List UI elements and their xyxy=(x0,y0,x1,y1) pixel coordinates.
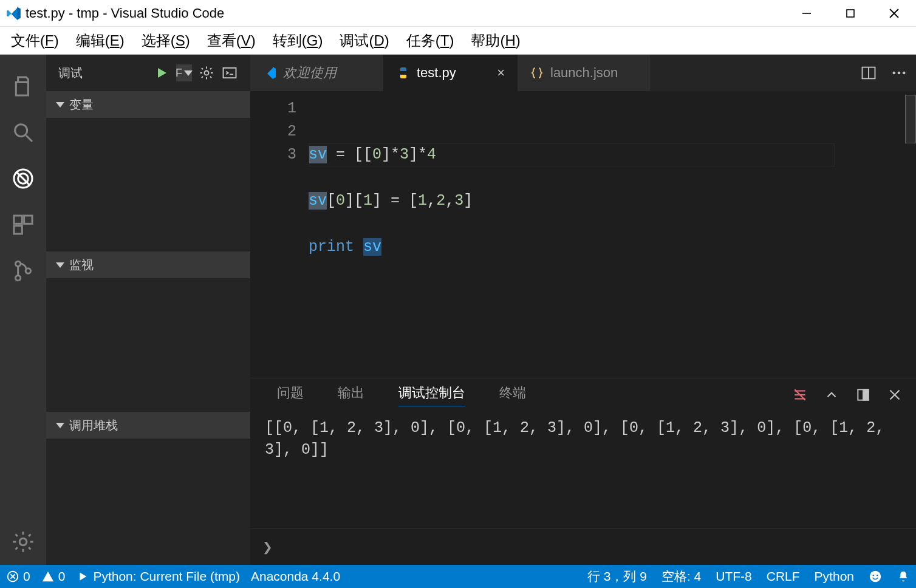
tab-launchjson-label: launch.json xyxy=(550,65,618,81)
split-editor-icon[interactable] xyxy=(860,64,877,81)
search-icon[interactable] xyxy=(0,109,46,156)
section-watch[interactable]: 监视 xyxy=(46,251,250,278)
section-variables[interactable]: 变量 xyxy=(46,91,250,118)
status-language[interactable]: Python xyxy=(815,569,854,584)
status-feedback-icon[interactable] xyxy=(869,570,882,583)
menu-view[interactable]: 查看(V) xyxy=(199,31,264,50)
menu-file[interactable]: 文件(F) xyxy=(2,31,67,50)
vscode-icon xyxy=(6,5,22,21)
settings-gear-icon[interactable] xyxy=(0,519,46,565)
bottom-panel: 问题 输出 调试控制台 终端 [[0, [1, 2, 3], 0], [0, [… xyxy=(250,378,916,565)
section-watch-label: 监视 xyxy=(69,257,94,273)
tab-welcome[interactable]: 欢迎使用 xyxy=(250,55,384,91)
section-variables-label: 变量 xyxy=(69,97,94,113)
menu-go[interactable]: 转到(G) xyxy=(264,31,332,50)
window-title: test.py - tmp - Visual Studio Code xyxy=(26,5,785,21)
line-number: 3 xyxy=(250,143,296,166)
close-panel-icon[interactable] xyxy=(887,387,903,403)
close-button[interactable] xyxy=(872,0,916,27)
section-watch-body xyxy=(46,278,250,412)
tab-launchjson[interactable]: launch.json xyxy=(518,55,651,91)
menu-tasks[interactable]: 任务(T) xyxy=(398,31,463,50)
status-cursor-position[interactable]: 行 3，列 9 xyxy=(587,568,647,585)
panel-tabs: 问题 输出 调试控制台 终端 xyxy=(250,378,916,411)
cursor-line-highlight xyxy=(309,143,835,166)
svg-point-21 xyxy=(898,72,901,75)
svg-point-14 xyxy=(26,268,30,273)
line-number: 2 xyxy=(250,120,296,143)
svg-rect-17 xyxy=(224,68,236,78)
status-errors[interactable]: 0 xyxy=(6,569,30,584)
maximize-button[interactable] xyxy=(829,0,872,27)
debug-console-output[interactable]: [[0, [1, 2, 3], 0], [0, [1, 2, 3], 0], [… xyxy=(250,411,916,528)
python-file-icon xyxy=(396,66,411,80)
svg-point-16 xyxy=(205,71,209,75)
explorer-icon[interactable] xyxy=(0,63,46,109)
tab-testpy[interactable]: test.py × xyxy=(384,55,518,91)
debug-console-input[interactable]: ❯ xyxy=(250,528,916,565)
panel-tab-terminal[interactable]: 终端 xyxy=(499,384,526,406)
collapse-panel-icon[interactable] xyxy=(824,387,839,403)
panel-tab-debugconsole[interactable]: 调试控制台 xyxy=(398,384,465,406)
section-variables-body xyxy=(46,118,250,251)
vscode-tab-icon xyxy=(262,66,277,80)
section-callstack[interactable]: 调用堆栈 xyxy=(46,412,250,439)
activitybar xyxy=(0,55,46,565)
editor[interactable]: 1 2 3 sv = [[0]*3]*4 sv[0][1] = [1,2,3] … xyxy=(250,91,916,378)
svg-point-22 xyxy=(903,72,906,75)
panel-tab-output[interactable]: 输出 xyxy=(338,384,364,406)
minimap[interactable] xyxy=(849,91,916,378)
debug-console-icon[interactable] xyxy=(221,64,238,81)
svg-point-36 xyxy=(877,575,878,576)
status-warnings[interactable]: 0 xyxy=(41,569,66,584)
svg-rect-10 xyxy=(24,216,32,224)
debug-config-dropdown[interactable]: F xyxy=(176,64,192,81)
tab-close-icon[interactable]: × xyxy=(490,65,505,81)
svg-rect-1 xyxy=(847,10,854,17)
debug-settings-icon[interactable] xyxy=(198,64,215,81)
gutter: 1 2 3 xyxy=(250,91,309,378)
menu-edit[interactable]: 编辑(E) xyxy=(67,31,133,50)
minimize-button[interactable] xyxy=(785,0,829,27)
menu-debug[interactable]: 调试(D) xyxy=(331,31,397,50)
status-notifications-icon[interactable] xyxy=(897,570,910,583)
menu-select[interactable]: 选择(S) xyxy=(133,31,199,50)
svg-point-4 xyxy=(15,125,27,137)
debug-header-label: 调试 xyxy=(58,65,147,81)
menu-help[interactable]: 帮助(H) xyxy=(462,31,528,50)
tabbar: 欢迎使用 test.py × launch.json xyxy=(250,55,916,91)
svg-point-20 xyxy=(893,72,896,75)
code-area[interactable]: sv = [[0]*3]*4 sv[0][1] = [1,2,3] print … xyxy=(309,91,849,378)
status-eol[interactable]: CRLF xyxy=(767,569,800,584)
menubar: 文件(F) 编辑(E) 选择(S) 查看(V) 转到(G) 调试(D) 任务(T… xyxy=(0,27,916,55)
status-encoding[interactable]: UTF-8 xyxy=(716,569,752,584)
status-interpreter[interactable]: Anaconda 4.4.0 xyxy=(251,569,340,584)
svg-point-35 xyxy=(873,575,874,576)
extensions-icon[interactable] xyxy=(0,202,46,248)
tab-welcome-label: 欢迎使用 xyxy=(283,64,337,82)
statusbar: 0 0 Python: Current File (tmp) Anaconda … xyxy=(0,565,916,588)
status-indentation[interactable]: 空格: 4 xyxy=(661,568,701,585)
start-debug-button[interactable] xyxy=(153,64,170,81)
line-number: 1 xyxy=(250,97,296,120)
svg-point-12 xyxy=(16,261,21,266)
window-controls xyxy=(785,0,916,27)
tab-testpy-label: test.py xyxy=(417,65,456,81)
tab-actions xyxy=(860,55,916,91)
debug-icon[interactable] xyxy=(0,156,46,202)
status-debug-launch[interactable]: Python: Current File (tmp) xyxy=(76,569,240,584)
svg-line-5 xyxy=(26,135,32,142)
panel-tab-problems[interactable]: 问题 xyxy=(277,384,304,406)
svg-point-15 xyxy=(19,538,27,545)
minimap-slider[interactable] xyxy=(905,95,916,143)
json-file-icon xyxy=(530,66,544,80)
titlebar: test.py - tmp - Visual Studio Code xyxy=(0,0,916,27)
svg-rect-28 xyxy=(863,389,869,400)
svg-point-13 xyxy=(16,276,21,281)
maximize-panel-icon[interactable] xyxy=(855,387,871,403)
svg-rect-9 xyxy=(14,216,22,224)
more-actions-icon[interactable] xyxy=(890,64,907,81)
source-control-icon[interactable] xyxy=(0,248,46,294)
debug-sidepanel: 调试 F 变量 监视 调用堆栈 xyxy=(46,55,250,565)
clear-console-icon[interactable] xyxy=(792,387,808,403)
